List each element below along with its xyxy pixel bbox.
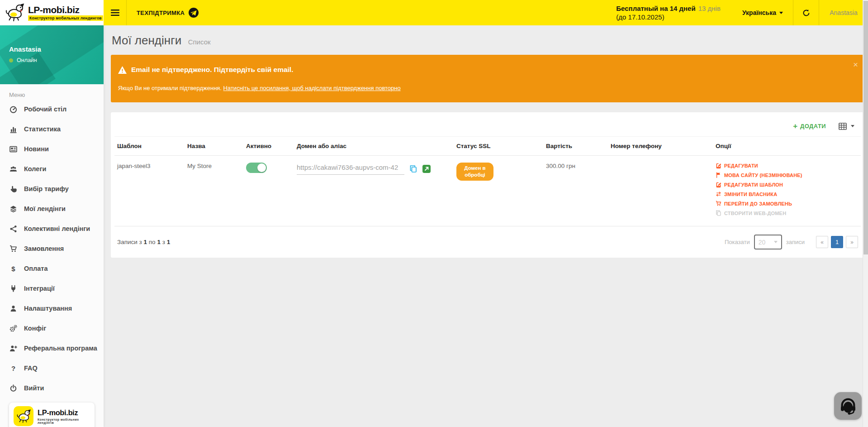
- user-icon: [9, 305, 18, 312]
- landings-stack-icon: [9, 205, 18, 213]
- sidebar-item-config[interactable]: Конфіг: [0, 318, 104, 338]
- records-label: записи: [786, 239, 805, 245]
- add-landing-button[interactable]: + ДОДАТИ: [793, 122, 826, 131]
- profile-name: Anastasia: [9, 45, 95, 53]
- sidebar-item-collective-landings[interactable]: Колективні лендінги: [0, 219, 104, 239]
- support-chat-button[interactable]: [834, 392, 862, 420]
- sidebar-item-settings[interactable]: Налаштування: [0, 298, 104, 318]
- trial-info: Бесплатный на 14 дней13 днів (до 17.10.2…: [616, 4, 721, 21]
- sidebar-item-news[interactable]: Новини: [0, 139, 104, 159]
- main-content: Мої лендінги Список Email не підтверджен…: [104, 25, 868, 427]
- colleagues-icon: [9, 165, 18, 173]
- option-create-web-domain: СТВОРИТИ WEB-ДОМЕН: [716, 210, 858, 216]
- online-status-label: Онлайн: [17, 57, 37, 63]
- sidebar-item-my-landings[interactable]: Мої лендінги: [0, 199, 104, 219]
- option-go-to-orders[interactable]: ПЕРЕЙТИ ДО ЗАМОВЛЕНЬ: [716, 201, 858, 206]
- headset-icon: [839, 397, 857, 415]
- email-alert-banner: Email не підтверджено. Підтвердіть свій …: [111, 55, 864, 102]
- col-header-options: Опції: [713, 137, 861, 156]
- columns-dropdown[interactable]: [839, 123, 854, 130]
- domain-input[interactable]: [297, 163, 404, 175]
- sidebar-profile: Anastasia Онлайн: [0, 25, 104, 84]
- ssl-status-badge: Домен в обробці: [456, 163, 493, 181]
- records-info: Записи з 1 по 1 з 1: [117, 239, 170, 245]
- resend-confirmation-link[interactable]: Натисніть це посилання, щоб надіслати пі…: [223, 85, 401, 91]
- col-header-template: Шаблон: [114, 137, 185, 156]
- sidebar-item-faq[interactable]: ? FAQ: [0, 358, 104, 378]
- col-header-active: Активно: [243, 137, 294, 156]
- brand-logo[interactable]: LP-mobi.biz Конструктор мобильных лендин…: [0, 0, 104, 25]
- trial-plan-name: Бесплатный на 14 дней: [616, 5, 695, 12]
- landings-table: Шаблон Назва Активно Домен або аліас Ста…: [114, 137, 861, 226]
- sidebar-item-logout[interactable]: Вийти: [0, 378, 104, 398]
- orders-cart-icon: [9, 245, 18, 253]
- copy-domain-button[interactable]: [409, 165, 417, 173]
- trial-until-date: (до 17.10.2025): [616, 13, 721, 21]
- sidebar-item-referral[interactable]: Реферальна програма: [0, 338, 104, 358]
- topbar-divider: [126, 0, 127, 25]
- trial-days-left: 13 днів: [698, 5, 721, 12]
- user-menu[interactable]: Anastasia: [819, 0, 868, 25]
- option-edit-template[interactable]: РЕДАГУВАТИ ШАБЛОН: [716, 182, 858, 187]
- col-header-name: Назва: [185, 137, 243, 156]
- sidebar-item-orders[interactable]: Замовлення: [0, 239, 104, 259]
- page-subtitle: Список: [188, 38, 211, 46]
- sidebar-brand-subtitle: Конструктор мобільних лендінгів: [38, 418, 90, 424]
- table-row: japan-steel3 My Store Домен: [114, 156, 861, 226]
- option-change-owner[interactable]: ЗМІНИТИ ВЛАСНИКА: [716, 191, 858, 197]
- plus-icon: +: [793, 122, 797, 131]
- next-page-button[interactable]: »: [846, 236, 858, 248]
- language-select[interactable]: Українська: [732, 0, 793, 25]
- sidebar-item-colleagues[interactable]: Колеги: [0, 159, 104, 179]
- power-icon: [9, 384, 18, 392]
- landings-card: + ДОДАТИ Шаблон Назва Активно: [111, 112, 864, 258]
- option-site-language[interactable]: МОВА САЙТУ (НЕЗМІНЮВАНЕ): [716, 172, 858, 178]
- cell-phone: [608, 156, 713, 226]
- hamburger-icon: [111, 9, 119, 16]
- dollar-icon: $: [9, 265, 18, 273]
- sidebar-item-integrations[interactable]: Інтеграції: [0, 278, 104, 298]
- pagination: « 1 »: [816, 236, 858, 248]
- copy-icon: [409, 165, 417, 173]
- sidebar-menu: Робочий стіл Статистика Новини Колеги Ви…: [0, 99, 104, 398]
- cell-name: My Store: [185, 156, 243, 226]
- page-size-label: Показати: [725, 239, 750, 245]
- close-icon[interactable]: ×: [853, 60, 858, 69]
- refresh-button[interactable]: [793, 0, 819, 25]
- alert-text: Якщо Ви не отримали підтвердження.: [118, 85, 223, 91]
- sidebar-item-dashboard[interactable]: Робочий стіл: [0, 99, 104, 119]
- web-domain-copy-icon: [716, 210, 721, 216]
- brand-subtitle: Конструктор мобильных лендингов: [28, 15, 103, 21]
- page-title: Мої лендінги: [112, 34, 181, 47]
- sidebar-item-payment[interactable]: $ Оплата: [0, 259, 104, 278]
- share-icon: [9, 225, 18, 233]
- cell-price: 300.00 грн: [543, 156, 608, 226]
- option-edit[interactable]: РЕДАГУВАТИ: [716, 163, 858, 168]
- alert-title: Email не підтверджено. Підтвердіть свій …: [131, 66, 293, 74]
- support-link[interactable]: ТЕХПІДТРИМКА: [137, 8, 199, 18]
- news-icon: [9, 145, 18, 153]
- edit-icon: [716, 163, 721, 168]
- sidebar-brand-card[interactable]: LP-mobi.biz Конструктор мобільних лендін…: [9, 403, 95, 427]
- page-1-button[interactable]: 1: [831, 236, 843, 248]
- dog-mascot-icon: [4, 3, 25, 22]
- sidebar-item-tariff[interactable]: Вибір тарифу: [0, 179, 104, 199]
- open-landing-button[interactable]: [422, 165, 431, 173]
- sidebar: Anastasia Онлайн Меню Робочий стіл Стати…: [0, 25, 104, 427]
- refresh-icon: [802, 9, 810, 17]
- sidebar-toggle-button[interactable]: [104, 0, 126, 25]
- active-toggle[interactable]: [246, 163, 267, 173]
- page-size-select[interactable]: 20: [754, 235, 782, 249]
- scrollbar-thumb[interactable]: [863, 1, 868, 254]
- transfer-owner-icon: [716, 191, 721, 197]
- col-header-phone: Номер телефону: [608, 137, 713, 156]
- table-grid-icon: [839, 123, 847, 130]
- telegram-icon: [189, 8, 199, 18]
- menu-section-label: Меню: [0, 84, 104, 99]
- dog-logo-icon: [14, 406, 33, 426]
- sidebar-item-statistics[interactable]: Статистика: [0, 119, 104, 139]
- page-scrollbar: [863, 0, 868, 427]
- tariff-hand-icon: [9, 185, 18, 193]
- prev-page-button[interactable]: «: [816, 236, 828, 248]
- sidebar-brand-title: LP-mobi.biz: [38, 408, 90, 417]
